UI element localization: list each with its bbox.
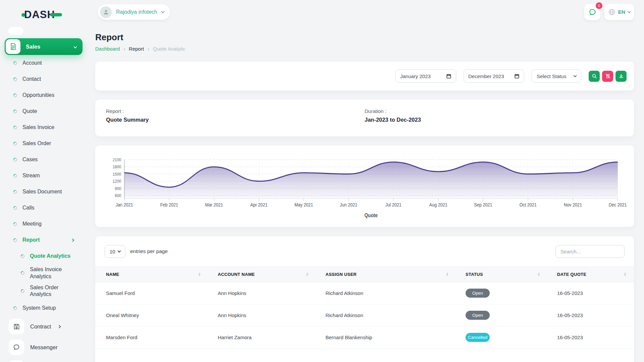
chevron-right-icon <box>71 238 74 242</box>
sidebar-item-contact[interactable]: Contact <box>5 71 83 87</box>
sidebar-subitem-sales-invoice-analytics[interactable]: Sales Invoice Analytics <box>5 264 83 282</box>
bullet-icon <box>13 93 18 98</box>
summary-report: Report : Quote Summary <box>106 108 365 128</box>
chevron-down-icon <box>161 10 164 13</box>
svg-text:Dec 2021: Dec 2021 <box>609 202 627 207</box>
sidebar-nav: Sales Account Contact Opportunities Quot… <box>0 21 87 362</box>
svg-text:Sep 2021: Sep 2021 <box>474 202 492 207</box>
device-icon-box <box>9 360 24 362</box>
status-badge: Open <box>466 311 490 320</box>
table-search-input[interactable] <box>555 245 625 258</box>
sidebar-module-contract[interactable]: Contract <box>5 316 83 337</box>
sidebar-item-meeting[interactable]: Meeting <box>5 216 83 232</box>
sidebar-item-cases[interactable]: Cases <box>5 152 83 168</box>
svg-text:1500: 1500 <box>113 172 121 177</box>
svg-text:Feb 2021: Feb 2021 <box>160 202 178 207</box>
company-name: Rajodiya infotech <box>116 9 157 15</box>
topbar-actions: 0 EN <box>584 4 634 20</box>
chevron-right-icon <box>58 325 61 328</box>
sidebar-item-account[interactable]: Account <box>5 55 83 71</box>
clear-document-icon <box>605 73 610 79</box>
svg-text:May 2021: May 2021 <box>294 202 313 207</box>
sidebar-group-sales[interactable]: Sales <box>5 38 83 55</box>
sidebar-group-label: Sales <box>26 44 74 50</box>
column-header-date-quote[interactable]: DATE QUOTE ▲▼ <box>548 267 634 282</box>
breadcrumb-dashboard[interactable]: Dashboard <box>95 46 120 52</box>
svg-text:Aug 2021: Aug 2021 <box>429 202 447 207</box>
language-label: EN <box>618 9 626 15</box>
breadcrumb-separator: › <box>123 46 125 52</box>
column-header-status[interactable]: STATUS ▲▼ <box>456 267 548 282</box>
svg-text:Jan 2021: Jan 2021 <box>116 202 133 207</box>
breadcrumb: Dashboard › Report › Quote Analytic <box>95 46 634 52</box>
sidebar-item-system-setup[interactable]: System Setup <box>5 300 83 316</box>
breadcrumb-separator: › <box>148 46 149 52</box>
sidebar-item-quote[interactable]: Quote <box>5 103 83 119</box>
svg-text:600: 600 <box>115 193 121 198</box>
bullet-icon <box>13 221 18 226</box>
sidebar-modules: Contract Messenger Assets <box>5 316 83 362</box>
sidebar-module-assets[interactable]: Assets <box>5 358 83 362</box>
status-badge: Open <box>466 289 490 298</box>
quotes-table: NAME ▲▼ ACCOUNT NAME ▲▼ ASSIGN USER ▲▼ S… <box>95 266 634 349</box>
svg-text:Nov 2021: Nov 2021 <box>564 202 582 207</box>
sidebar-item-sales-document[interactable]: Sales Document <box>5 184 83 200</box>
status-select[interactable]: Select Status <box>532 69 581 83</box>
company-switcher[interactable]: Rajodiya infotech <box>98 4 170 20</box>
sidebar-item-sales-invoice[interactable]: Sales Invoice <box>5 119 83 135</box>
notification-badge: 0 <box>596 2 602 9</box>
chat-bubble-icon <box>588 8 597 16</box>
cell-status: Cancelled <box>456 326 548 349</box>
breadcrumb-report[interactable]: Report <box>129 46 144 52</box>
globe-icon <box>608 8 615 16</box>
sidebar-subitem-quote-analytics[interactable]: Quote Analytics <box>5 248 83 264</box>
svg-text:Mar 2021: Mar 2021 <box>205 202 223 207</box>
sidebar-item-report[interactable]: Report <box>5 232 83 248</box>
language-selector[interactable]: EN <box>604 4 634 20</box>
svg-text:1800: 1800 <box>113 165 121 170</box>
cell-assign-user: Richard Atkinson <box>316 304 456 326</box>
svg-text:900: 900 <box>115 186 121 191</box>
sidebar-item-opportunities[interactable]: Opportunities <box>5 87 83 103</box>
sidebar-links: Account Contact Opportunities Quote Sale… <box>5 55 83 232</box>
chevron-down-icon <box>628 10 631 13</box>
bullet-icon <box>13 60 18 65</box>
search-icon <box>592 73 597 79</box>
column-header-name[interactable]: NAME ▲▼ <box>95 267 208 282</box>
column-header-assign-user[interactable]: ASSIGN USER ▲▼ <box>316 267 456 282</box>
start-month-input[interactable]: January 2023 <box>395 69 456 83</box>
chat-bubble-icon <box>13 344 20 351</box>
table-row[interactable]: Marsden Ford Harriet Zamora Bernard Blan… <box>95 326 634 349</box>
entries-count-select[interactable]: 10 <box>105 245 125 258</box>
filter-card: January 2023 December 2023 Select Status <box>95 62 634 90</box>
column-header-account-name[interactable]: ACCOUNT NAME ▲▼ <box>208 267 316 282</box>
apply-search-button[interactable] <box>589 71 600 82</box>
bullet-icon <box>20 253 25 258</box>
cell-name: Marsden Ford <box>95 326 208 349</box>
sidebar: DASH Sales Account Contact Opportunities… <box>0 0 87 362</box>
calendar-icon <box>446 73 451 79</box>
bullet-icon <box>20 270 25 276</box>
cell-name: Samuel Ford <box>95 282 208 304</box>
end-month-input[interactable]: December 2023 <box>464 69 524 83</box>
sidebar-subitem-sales-order-analytics[interactable]: Sales Order Analytics <box>5 282 83 300</box>
app-logo[interactable]: DASH <box>0 0 87 21</box>
clear-filter-button[interactable] <box>602 71 613 82</box>
table-row[interactable]: Samuel Ford Ann Hopkins Richard Atkinson… <box>95 282 634 304</box>
sidebar-module-messenger[interactable]: Messenger <box>5 337 83 358</box>
avatar <box>100 6 112 18</box>
sidebar-item-calls[interactable]: Calls <box>5 200 83 216</box>
bullet-icon <box>13 141 18 146</box>
status-badge: Cancelled <box>466 333 490 342</box>
floppy-icon <box>13 323 20 330</box>
chevron-down-icon <box>74 45 77 48</box>
download-button[interactable] <box>615 71 627 82</box>
svg-text:Oct 2021: Oct 2021 <box>520 202 537 207</box>
messages-button[interactable]: 0 <box>584 4 600 20</box>
bullet-icon <box>13 109 18 114</box>
bullet-icon <box>13 205 18 210</box>
cell-date: 16-05-2023 <box>548 304 634 326</box>
table-row[interactable]: Oneal Whitney Ann Hopkins Richard Atkins… <box>95 304 634 326</box>
sidebar-item-stream[interactable]: Stream <box>5 168 83 184</box>
sidebar-item-sales-order[interactable]: Sales Order <box>5 135 83 152</box>
